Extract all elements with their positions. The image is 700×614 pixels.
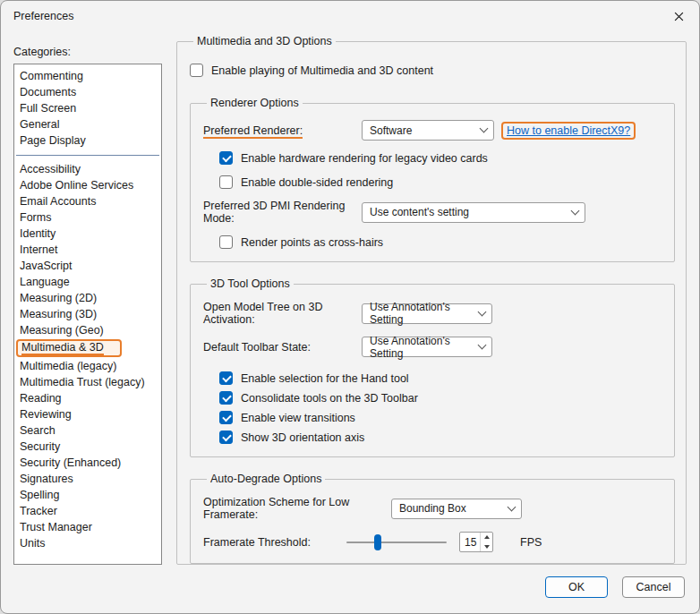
category-item-adobe-online-services[interactable]: Adobe Online Services xyxy=(14,177,161,193)
category-item-label: Multimedia Trust (legacy) xyxy=(20,376,145,388)
category-item-measuring-3d[interactable]: Measuring (3D) xyxy=(14,306,161,322)
chevron-down-icon xyxy=(480,124,489,133)
category-item-spelling[interactable]: Spelling xyxy=(14,487,161,503)
window-title: Preferences xyxy=(1,10,73,22)
checkbox-icon xyxy=(219,235,233,249)
framerate-threshold-label: Framerate Threshold: xyxy=(203,536,346,549)
framerate-slider[interactable] xyxy=(346,533,447,551)
checkbox-double-sided[interactable]: Enable double-sided rendering xyxy=(219,175,663,189)
preferred-renderer-label-text: Preferred Renderer: xyxy=(203,124,303,139)
optimization-scheme-row: Optimization Scheme for Low Framerate: B… xyxy=(203,496,663,521)
preferred-renderer-dropdown[interactable]: Software xyxy=(362,120,494,141)
category-item-reviewing[interactable]: Reviewing xyxy=(14,406,161,422)
arrow-up-icon xyxy=(484,535,490,539)
toolbar-state-dropdown[interactable]: Use Annotation's Setting xyxy=(362,337,492,357)
checkbox-icon xyxy=(219,151,233,165)
category-item-label: Reading xyxy=(20,392,62,405)
category-item-label: Commenting xyxy=(20,70,83,82)
checkbox-view-transitions[interactable]: Enable view transitions xyxy=(219,411,663,424)
category-item-measuring-geo[interactable]: Measuring (Geo) xyxy=(14,322,161,338)
category-item-label: Reviewing xyxy=(20,408,72,421)
pmi-rendering-value: Use content's setting xyxy=(370,206,469,218)
checkbox-hardware-rendering[interactable]: Enable hardware rendering for legacy vid… xyxy=(219,151,663,165)
ok-button[interactable]: OK xyxy=(545,576,608,598)
category-item-accessibility[interactable]: Accessibility xyxy=(14,161,161,177)
checkbox-hand-tool[interactable]: Enable selection for the Hand tool xyxy=(219,371,663,385)
checkbox-enable-playing[interactable]: Enable playing of Multimedia and 3D cont… xyxy=(190,64,675,77)
directx-help-link[interactable]: How to enable DirectX9? xyxy=(507,124,630,137)
category-item-multimedia-3d[interactable]: Multimedia & 3D xyxy=(14,338,161,358)
checkbox-icon xyxy=(190,64,203,77)
checkbox-consolidate-tools[interactable]: Consolidate tools on the 3D Toolbar xyxy=(219,391,663,405)
optimization-scheme-dropdown[interactable]: Bounding Box xyxy=(391,499,522,519)
category-item-language[interactable]: Language xyxy=(14,274,161,290)
category-item-measuring-2d[interactable]: Measuring (2D) xyxy=(14,290,161,306)
optimization-scheme-label: Optimization Scheme for Low Framerate: xyxy=(203,496,391,521)
category-item-multimedia-legacy[interactable]: Multimedia (legacy) xyxy=(14,358,161,374)
category-item-security[interactable]: Security xyxy=(14,439,161,455)
spinner-arrows xyxy=(480,533,492,551)
category-item-search[interactable]: Search xyxy=(14,422,161,439)
categories-label: Categories: xyxy=(13,46,71,58)
model-tree-dropdown[interactable]: Use Annotation's Setting xyxy=(362,303,492,324)
cancel-button[interactable]: Cancel xyxy=(622,576,685,598)
slider-track[interactable] xyxy=(346,542,447,543)
checkbox-hardware-rendering-label: Enable hardware rendering for legacy vid… xyxy=(241,152,488,165)
checkbox-icon xyxy=(219,431,233,444)
checkbox-icon xyxy=(219,391,233,405)
category-item-reading[interactable]: Reading xyxy=(14,390,161,406)
category-item-page-display[interactable]: Page Display xyxy=(14,132,161,149)
directx-link-annotation: How to enable DirectX9? xyxy=(501,122,636,140)
close-icon xyxy=(674,12,684,21)
preferred-renderer-label: Preferred Renderer: xyxy=(203,124,362,137)
category-item-full-screen[interactable]: Full Screen xyxy=(14,100,161,116)
checkbox-icon xyxy=(219,411,233,424)
spinner-down-button[interactable] xyxy=(481,542,492,552)
checkbox-consolidate-tools-label: Consolidate tools on the 3D Toolbar xyxy=(241,392,418,405)
category-item-label: Email Accounts xyxy=(20,195,96,208)
framerate-spinner[interactable]: 15 xyxy=(459,532,493,552)
category-item-label: Measuring (2D) xyxy=(20,292,97,304)
checkbox-cross-hairs[interactable]: Render points as cross-hairs xyxy=(219,235,663,249)
category-item-javascript[interactable]: JavaScript xyxy=(14,258,161,274)
category-item-multimedia-trust-legacy[interactable]: Multimedia Trust (legacy) xyxy=(14,374,161,390)
slider-thumb[interactable] xyxy=(374,534,381,550)
pmi-rendering-row: Preferred 3D PMI Rendering Mode: Use con… xyxy=(203,200,663,225)
category-item-security-enhanced[interactable]: Security (Enhanced) xyxy=(14,455,161,471)
category-item-label: Documents xyxy=(20,86,76,98)
fps-unit-label: FPS xyxy=(520,536,542,549)
chevron-down-icon xyxy=(478,341,487,350)
pmi-rendering-label: Preferred 3D PMI Rendering Mode: xyxy=(203,200,362,225)
model-tree-label: Open Model Tree on 3D Activation: xyxy=(203,301,362,326)
category-item-general[interactable]: General xyxy=(14,116,161,132)
auto-degrade-options-group: Auto-Degrade Options Optimization Scheme… xyxy=(190,473,675,564)
3d-tool-options-group: 3D Tool Options Open Model Tree on 3D Ac… xyxy=(190,277,675,457)
preferred-renderer-value: Software xyxy=(370,124,412,137)
category-item-label: Identity xyxy=(20,227,55,240)
category-item-forms[interactable]: Forms xyxy=(14,209,161,226)
category-item-units[interactable]: Units xyxy=(14,535,161,551)
categories-list[interactable]: CommentingDocumentsFull ScreenGeneralPag… xyxy=(13,64,162,565)
category-item-label: JavaScript xyxy=(20,260,72,272)
framerate-threshold-row: Framerate Threshold: 15 FPS xyxy=(203,532,663,552)
category-item-documents[interactable]: Documents xyxy=(14,84,161,100)
pmi-rendering-dropdown[interactable]: Use content's setting xyxy=(362,202,585,223)
category-item-label: Security (Enhanced) xyxy=(20,456,121,469)
category-item-label: Search xyxy=(20,424,55,437)
auto-degrade-options-title: Auto-Degrade Options xyxy=(207,473,325,485)
toolbar-state-value: Use Annotation's Setting xyxy=(370,335,472,360)
spinner-up-button[interactable] xyxy=(481,533,492,542)
category-item-tracker[interactable]: Tracker xyxy=(14,503,161,519)
category-item-label: Measuring (Geo) xyxy=(20,324,104,337)
category-item-label: Security xyxy=(20,440,60,453)
category-item-trust-manager[interactable]: Trust Manager xyxy=(14,519,161,535)
category-item-identity[interactable]: Identity xyxy=(14,226,161,242)
category-item-commenting[interactable]: Commenting xyxy=(14,68,161,84)
close-button[interactable] xyxy=(658,1,699,31)
category-item-signatures[interactable]: Signatures xyxy=(14,471,161,487)
checkbox-enable-playing-label: Enable playing of Multimedia and 3D cont… xyxy=(211,64,433,77)
chevron-down-icon xyxy=(508,502,516,511)
category-item-internet[interactable]: Internet xyxy=(14,242,161,258)
checkbox-orientation-axis[interactable]: Show 3D orientation axis xyxy=(219,431,663,444)
category-item-email-accounts[interactable]: Email Accounts xyxy=(14,193,161,209)
